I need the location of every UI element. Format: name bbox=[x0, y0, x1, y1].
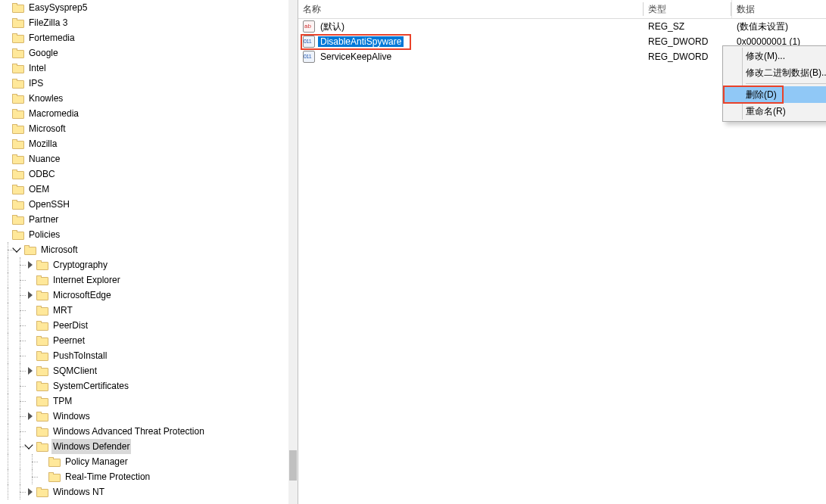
cell-type: REG_DWORD bbox=[644, 49, 732, 64]
list-header: 名称 类型 数据 bbox=[298, 0, 826, 19]
tree-item-label: TPM bbox=[51, 394, 73, 409]
tree-item[interactable]: Internet Explorer bbox=[0, 272, 288, 288]
tree-panel: EasySysprep5FileZilla 3FortemediaGoogleI… bbox=[0, 0, 298, 504]
tree-item-label: Fortemedia bbox=[27, 30, 76, 45]
folder-icon bbox=[12, 33, 24, 43]
tree-item[interactable]: Macromedia bbox=[0, 106, 288, 121]
column-header-type[interactable]: 类型 bbox=[644, 0, 732, 18]
twisty-none-icon bbox=[2, 139, 11, 148]
tree-item-label: MRT bbox=[51, 303, 74, 318]
twisty-none-icon bbox=[2, 3, 11, 12]
tree-item[interactable]: Windows bbox=[0, 409, 288, 424]
folder-icon bbox=[36, 350, 48, 361]
tree-item[interactable]: SQMClient bbox=[0, 363, 288, 378]
folder-icon bbox=[36, 260, 48, 270]
tree-item[interactable]: MRT bbox=[0, 303, 288, 318]
twisty-none-icon bbox=[38, 472, 47, 481]
tree-item-label: Internet Explorer bbox=[51, 272, 122, 288]
tree-item[interactable]: Nuance bbox=[0, 151, 288, 166]
tree-item[interactable]: Partner bbox=[0, 212, 288, 227]
menu-item-delete-label: 删除(D) bbox=[746, 89, 777, 101]
cell-type: REG_SZ bbox=[644, 19, 732, 34]
folder-icon bbox=[12, 17, 24, 28]
folder-icon bbox=[12, 214, 24, 225]
column-header-name[interactable]: 名称 bbox=[298, 0, 644, 18]
tree-item-label: Policies bbox=[27, 227, 61, 242]
chevron-down-icon[interactable] bbox=[14, 245, 23, 254]
tree-item[interactable]: Microsoft bbox=[0, 121, 288, 136]
tree-item[interactable]: Windows NT bbox=[0, 484, 288, 499]
tree-item-label: FileZilla 3 bbox=[27, 15, 69, 30]
row-type-label: REG_DWORD bbox=[648, 51, 708, 62]
tree-item[interactable]: Google bbox=[0, 45, 288, 61]
tree-item-label: Nuance bbox=[27, 151, 61, 166]
tree-item-label: Microsoft bbox=[39, 242, 79, 257]
chevron-right-icon[interactable] bbox=[26, 260, 35, 269]
reg-dword-icon bbox=[303, 36, 315, 48]
tree-item[interactable]: Windows Defender bbox=[0, 439, 288, 454]
tree-item[interactable]: PushToInstall bbox=[0, 348, 288, 363]
tree-item[interactable]: ODBC bbox=[0, 166, 288, 182]
column-header-name-label: 名称 bbox=[303, 3, 321, 16]
folder-icon bbox=[12, 48, 24, 58]
tree-item[interactable]: Microsoft bbox=[0, 242, 288, 257]
twisty-none-icon bbox=[38, 457, 47, 466]
tree-item[interactable]: Mozilla bbox=[0, 136, 288, 151]
menu-item-rename[interactable]: 重命名(R) bbox=[725, 103, 826, 120]
tree-item[interactable]: EasySysprep5 bbox=[0, 0, 288, 15]
folder-icon bbox=[36, 320, 48, 331]
folder-icon bbox=[36, 441, 48, 452]
folder-icon bbox=[24, 244, 36, 255]
menu-item-modify-binary[interactable]: 修改二进制数据(B)... bbox=[725, 64, 826, 81]
chevron-right-icon[interactable] bbox=[26, 487, 35, 496]
chevron-right-icon[interactable] bbox=[26, 366, 35, 375]
tree-item[interactable]: Policies bbox=[0, 227, 288, 242]
chevron-down-icon[interactable] bbox=[26, 442, 35, 451]
tree-item-label: Intel bbox=[27, 61, 48, 76]
tree-scroll-thumb[interactable] bbox=[289, 450, 297, 481]
folder-icon bbox=[12, 108, 24, 119]
tree-item[interactable]: Intel bbox=[0, 61, 288, 76]
chevron-right-icon[interactable] bbox=[26, 291, 35, 300]
tree-item[interactable]: SystemCertificates bbox=[0, 378, 288, 394]
tree-item[interactable]: Windows Advanced Threat Protection bbox=[0, 424, 288, 439]
table-row[interactable]: (默认)REG_SZ(数值未设置) bbox=[298, 19, 826, 34]
tree-item-label: EasySysprep5 bbox=[27, 0, 89, 15]
twisty-none-icon bbox=[26, 351, 35, 360]
tree-item-label: Windows Defender bbox=[51, 439, 131, 454]
tree-item-label: Partner bbox=[27, 212, 60, 227]
menu-item-modify[interactable]: 修改(M)... bbox=[725, 48, 826, 64]
tree-item[interactable]: Fortemedia bbox=[0, 30, 288, 45]
reg-string-icon bbox=[303, 20, 315, 33]
menu-item-delete[interactable]: 删除(D) bbox=[725, 86, 826, 103]
folder-icon bbox=[36, 305, 48, 316]
tree-item-label: PushToInstall bbox=[51, 348, 108, 363]
tree-scrollbar[interactable] bbox=[288, 0, 298, 504]
folder-icon bbox=[12, 229, 24, 240]
tree-item[interactable]: TPM bbox=[0, 394, 288, 409]
menu-item-rename-label: 重命名(R) bbox=[746, 105, 786, 118]
tree-item-label: Microsoft bbox=[27, 121, 67, 136]
tree-item[interactable]: OpenSSH bbox=[0, 197, 288, 212]
tree-item[interactable]: Cryptography bbox=[0, 257, 288, 272]
folder-icon bbox=[48, 471, 61, 482]
tree-item[interactable]: Policy Manager bbox=[0, 454, 288, 469]
tree-item[interactable]: PeerDist bbox=[0, 318, 288, 333]
reg-dword-icon bbox=[303, 51, 315, 63]
tree-item[interactable]: IPS bbox=[0, 76, 288, 91]
folder-icon bbox=[12, 123, 24, 134]
folder-icon bbox=[12, 199, 24, 210]
tree-item-label: Mozilla bbox=[27, 136, 58, 151]
tree-item[interactable]: MicrosoftEdge bbox=[0, 288, 288, 303]
tree-item[interactable]: Real-Time Protection bbox=[0, 469, 288, 484]
tree-item[interactable]: Knowles bbox=[0, 91, 288, 106]
tree-item[interactable]: FileZilla 3 bbox=[0, 15, 288, 30]
twisty-none-icon bbox=[2, 64, 11, 73]
chevron-right-icon[interactable] bbox=[26, 412, 35, 421]
column-header-data[interactable]: 数据 bbox=[732, 0, 826, 18]
tree-item-label: ODBC bbox=[27, 166, 57, 182]
tree-item[interactable]: OEM bbox=[0, 182, 288, 197]
tree-item[interactable]: Peernet bbox=[0, 333, 288, 348]
row-type-label: REG_DWORD bbox=[648, 36, 708, 47]
cell-name: (默认) bbox=[298, 19, 644, 34]
